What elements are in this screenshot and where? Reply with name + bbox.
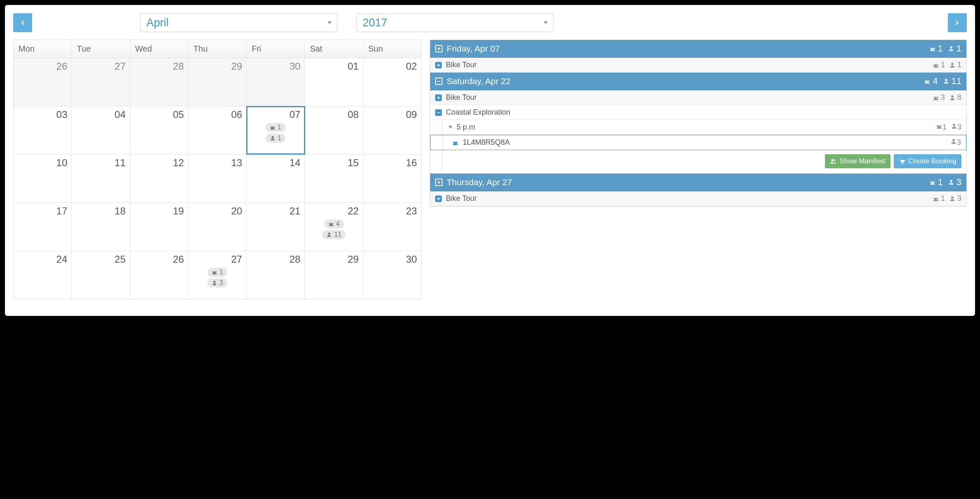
- calendar-day-cell[interactable]: 12: [130, 155, 188, 202]
- caret-down-icon: [327, 21, 332, 24]
- caret-down-icon: [448, 126, 452, 129]
- tour-name: Coastal Exploration: [446, 108, 510, 117]
- calendar-day-cell[interactable]: 27: [72, 58, 130, 106]
- day-number: 22: [308, 205, 359, 217]
- month-select[interactable]: April: [140, 13, 337, 32]
- sidebar-day-header[interactable]: +Friday, Apr 0711: [430, 40, 966, 58]
- calendar-day-cell[interactable]: 2713: [188, 251, 247, 299]
- sidebar-day-header[interactable]: +Thursday, Apr 2713: [430, 174, 966, 191]
- calendar-day-cell[interactable]: 16: [363, 155, 421, 202]
- day-number: 15: [308, 157, 359, 169]
- calendar-day-cell[interactable]: 11: [72, 155, 130, 202]
- day-number: 06: [192, 109, 243, 120]
- tour-row[interactable]: +Bike Tour13: [430, 191, 966, 206]
- next-month-button[interactable]: [948, 13, 967, 32]
- weekday-label: Thu: [188, 40, 247, 58]
- calendar-day-cell[interactable]: 05: [130, 106, 188, 154]
- booking-code: 1L4M8R5Q8A: [463, 138, 510, 147]
- people-count: 11: [943, 76, 961, 87]
- expand-icon[interactable]: +: [435, 179, 443, 186]
- calendar-day-cell[interactable]: 22411: [305, 203, 363, 251]
- calendar-day-cell[interactable]: 20: [188, 203, 247, 251]
- calendar-day-cell[interactable]: 19: [130, 203, 188, 251]
- calendar-day-cell[interactable]: 14: [247, 155, 305, 202]
- ticket-count: 1: [933, 61, 945, 69]
- ticket-count-badge: 4: [324, 219, 344, 228]
- calendar-day-cell[interactable]: 29: [305, 251, 363, 299]
- sidebar-day-header[interactable]: −Saturday, Apr 22411: [430, 73, 966, 90]
- weekday-label: Wed: [130, 40, 188, 58]
- calendar-day-cell[interactable]: 25: [72, 251, 130, 299]
- day-number: 19: [134, 205, 185, 217]
- day-number: 05: [134, 109, 185, 120]
- ticket-count: 1: [936, 123, 947, 132]
- app-frame: April 2017 MonTueWedThuFriSatSun 2627282…: [5, 5, 975, 316]
- sidebar-day-label: Thursday, Apr 27: [447, 177, 512, 187]
- calendar-day-cell[interactable]: 29: [188, 58, 247, 106]
- calendar-day-cell[interactable]: 17: [14, 203, 72, 251]
- expand-icon[interactable]: +: [435, 195, 442, 202]
- people-count: 3: [951, 123, 961, 132]
- people-count-badge: 11: [322, 230, 346, 239]
- show-manifest-button[interactable]: Show Manifest: [825, 154, 890, 168]
- day-number: 01: [308, 61, 359, 72]
- collapse-icon[interactable]: −: [435, 78, 443, 85]
- ticket-count-badge: 1: [207, 268, 227, 277]
- tour-row[interactable]: +Bike Tour38: [430, 90, 966, 105]
- calendar-day-cell[interactable]: 24: [14, 251, 72, 299]
- collapse-icon[interactable]: −: [435, 109, 442, 116]
- expand-icon[interactable]: +: [435, 94, 442, 101]
- calendar-day-cell[interactable]: 30: [247, 58, 305, 106]
- calendar-day-cell[interactable]: 15: [305, 155, 363, 202]
- calendar-grid: MonTueWedThuFriSatSun 262728293001020304…: [13, 40, 422, 299]
- day-number: 18: [75, 205, 126, 217]
- action-row: Show ManifestCreate Booking: [430, 150, 966, 174]
- calendar-day-cell[interactable]: 0711: [247, 106, 305, 154]
- day-number: 09: [367, 109, 418, 120]
- tour-row[interactable]: −Coastal Exploration: [430, 105, 966, 120]
- weekday-label: Mon: [14, 40, 72, 58]
- calendar-day-cell[interactable]: 08: [305, 106, 363, 154]
- day-number: 16: [367, 157, 418, 169]
- calendar-day-cell[interactable]: 01: [305, 58, 363, 106]
- weekday-label: Sat: [305, 40, 363, 58]
- expand-icon[interactable]: +: [435, 45, 443, 52]
- calendar-day-cell[interactable]: 21: [247, 203, 305, 251]
- calendar-day-cell[interactable]: 04: [72, 106, 130, 154]
- day-number: 02: [367, 61, 418, 72]
- create-booking-button[interactable]: Create Booking: [894, 154, 961, 168]
- bookings-sidebar: +Friday, Apr 0711+Bike Tour11−Saturday, …: [430, 40, 967, 207]
- day-number: 28: [250, 254, 301, 265]
- prev-month-button[interactable]: [13, 13, 32, 32]
- calendar-day-cell[interactable]: 10: [14, 155, 72, 202]
- calendar-day-cell[interactable]: 06: [188, 106, 247, 154]
- calendar-day-cell[interactable]: 13: [188, 155, 247, 202]
- day-number: 30: [250, 61, 301, 72]
- weekday-label: Tue: [72, 40, 130, 58]
- day-number: 28: [134, 61, 185, 72]
- people-icon: [830, 158, 836, 165]
- calendar-day-cell[interactable]: 23: [363, 203, 421, 251]
- tour-row[interactable]: +Bike Tour11: [430, 58, 966, 73]
- year-select[interactable]: 2017: [356, 13, 554, 32]
- calendar-day-cell[interactable]: 02: [363, 58, 421, 106]
- calendar-day-cell[interactable]: 28: [247, 251, 305, 299]
- calendar-day-cell[interactable]: 09: [363, 106, 421, 154]
- people-count-badge: 3: [207, 278, 227, 287]
- day-number: 27: [192, 254, 243, 265]
- calendar-day-cell[interactable]: 30: [363, 251, 421, 299]
- people-count: 1: [948, 43, 961, 54]
- calendar-day-cell[interactable]: 26: [130, 251, 188, 299]
- cart-icon: [899, 158, 905, 165]
- day-number: 30: [367, 254, 418, 265]
- day-number: 07: [250, 109, 301, 120]
- day-number: 26: [17, 61, 68, 72]
- weekday-label: Sun: [363, 40, 421, 58]
- calendar-day-cell[interactable]: 03: [14, 106, 72, 154]
- time-row[interactable]: 5 p.m13: [430, 120, 966, 135]
- calendar-day-cell[interactable]: 18: [72, 203, 130, 251]
- booking-row[interactable]: 1L4M8R5Q8A3: [430, 135, 966, 150]
- calendar-day-cell[interactable]: 26: [14, 58, 72, 106]
- calendar-day-cell[interactable]: 28: [130, 58, 188, 106]
- expand-icon[interactable]: +: [435, 62, 442, 68]
